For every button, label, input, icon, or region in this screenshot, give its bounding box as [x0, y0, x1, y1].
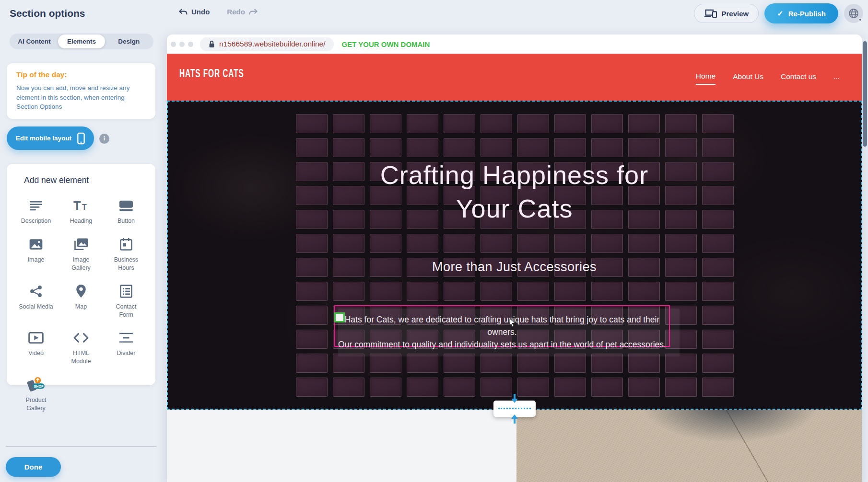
- sidebar-divider: [6, 447, 156, 447]
- hero-tile: [517, 282, 549, 301]
- hero-tile: [296, 378, 328, 397]
- element-map[interactable]: Map: [59, 284, 104, 319]
- hero-tile: [628, 282, 660, 301]
- hero-tile: [333, 282, 364, 301]
- hero-tile: [296, 330, 328, 349]
- element-image-gallery[interactable]: Image Gallery: [59, 237, 104, 272]
- element-heading[interactable]: TTHeading: [59, 198, 104, 225]
- hero-title-line1: Crafting Happiness for: [168, 158, 861, 192]
- hero-tile: [517, 378, 549, 397]
- hero-tile: [407, 378, 438, 397]
- tab-design[interactable]: Design: [105, 34, 152, 48]
- tab-elements[interactable]: Elements: [58, 34, 106, 48]
- svg-text:T: T: [82, 203, 87, 211]
- image-icon: [28, 237, 44, 252]
- element-image[interactable]: Image: [13, 237, 59, 272]
- element-label: Divider: [117, 349, 136, 357]
- element-label: Map: [75, 303, 87, 311]
- element-description[interactable]: Description: [13, 198, 59, 225]
- site-nav: HomeAbout UsContact us...: [696, 54, 840, 101]
- done-button[interactable]: Done: [6, 457, 61, 477]
- resize-arrow-down-icon: [511, 399, 518, 403]
- info-icon[interactable]: i: [99, 134, 109, 144]
- edit-mobile-layout-button[interactable]: Edit mobile layout: [7, 126, 94, 150]
- hero-tile: [702, 234, 734, 253]
- hero-section-selected[interactable]: Crafting Happiness for Your Cats More th…: [167, 101, 862, 410]
- element-button[interactable]: Button: [104, 198, 149, 225]
- hero-tile: [665, 378, 697, 397]
- next-section-floor-image[interactable]: [516, 410, 862, 482]
- element-label: HTML Module: [64, 349, 98, 366]
- description-drag-handle[interactable]: [334, 312, 345, 322]
- tip-body: Now you can add, move and resize any ele…: [16, 83, 146, 112]
- add-new-element-card: Add new element DescriptionTTHeadingButt…: [7, 164, 155, 385]
- element-contact-form[interactable]: Contact Form: [104, 284, 149, 319]
- hero-tile: [370, 354, 401, 373]
- hero-tile: [628, 138, 660, 157]
- next-section-blank-area[interactable]: [167, 410, 516, 482]
- hero-tile: [296, 138, 328, 157]
- vertical-scrollbar[interactable]: [863, 41, 867, 147]
- republish-button[interactable]: ✓ Re-Publish: [764, 3, 838, 23]
- hero-tile: [591, 114, 623, 133]
- hero-tile: [591, 138, 623, 157]
- hero-tile: [628, 354, 660, 373]
- hero-tile: [628, 378, 660, 397]
- hero-tile: [554, 354, 586, 373]
- divider-icon: [118, 330, 134, 345]
- hero-tile: [370, 282, 401, 301]
- globe-icon: [848, 8, 859, 19]
- undo-label: Undo: [191, 8, 210, 16]
- video-icon: [28, 330, 44, 345]
- site-preview-frame: n1566589.websitebuilder.online/ GET YOUR…: [167, 34, 862, 482]
- nav-item-aboutus[interactable]: About Us: [733, 72, 763, 82]
- redo-button[interactable]: Redo: [227, 8, 258, 16]
- tip-of-the-day-card: Tip of the day: Now you can add, move an…: [7, 63, 155, 119]
- element-product-gallery[interactable]: SHOPProduct Gallery: [13, 377, 59, 413]
- element-label: Image: [28, 256, 45, 264]
- hero-tile: [628, 114, 660, 133]
- hero-tile: [296, 282, 328, 301]
- business-hours-icon: [119, 237, 133, 252]
- hero-tile: [296, 114, 328, 133]
- hero-tile: [333, 354, 364, 373]
- get-domain-link[interactable]: GET YOUR OWN DOMAIN: [341, 40, 430, 48]
- element-video[interactable]: Video: [13, 330, 59, 366]
- hero-tile: [665, 282, 697, 301]
- hero-tile: [370, 114, 401, 133]
- language-globe-button[interactable]: [844, 4, 863, 23]
- description-element-selected[interactable]: Hats for Cats, we are dedicated to craft…: [334, 305, 670, 347]
- site-logo[interactable]: HATS FOR CATS: [179, 67, 244, 80]
- preview-label: Preview: [722, 10, 749, 18]
- map-pin-icon: [75, 284, 87, 299]
- element-divider[interactable]: Divider: [104, 330, 149, 366]
- nav-item-[interactable]: ...: [833, 72, 840, 82]
- preview-button[interactable]: Preview: [694, 4, 759, 23]
- tab-ai-content[interactable]: AI Content: [11, 34, 58, 48]
- hero-tile: [481, 282, 512, 301]
- hero-tile: [665, 114, 697, 133]
- element-label: Business Hours: [109, 256, 143, 272]
- hero-tile: [407, 354, 438, 373]
- element-social-media[interactable]: Social Media: [13, 284, 59, 319]
- redo-icon: [248, 8, 258, 15]
- heading-icon: TT: [72, 198, 90, 213]
- element-label: Social Media: [19, 303, 53, 311]
- hero-subtitle: More than Just Accessories: [168, 260, 861, 275]
- hero-tile: [591, 234, 623, 253]
- section-resize-handle[interactable]: [493, 401, 536, 417]
- undo-redo-group: Undo Redo: [178, 8, 258, 16]
- url-bar[interactable]: n1566589.websitebuilder.online/: [200, 37, 334, 51]
- element-label: Video: [28, 349, 44, 357]
- hero-tile: [702, 282, 734, 301]
- edit-mobile-label: Edit mobile layout: [16, 135, 71, 142]
- nav-item-home[interactable]: Home: [696, 72, 716, 85]
- hero-tile: [481, 234, 512, 253]
- undo-button[interactable]: Undo: [178, 8, 210, 16]
- element-html-module[interactable]: HTML Module: [59, 330, 104, 366]
- hero-tile: [554, 234, 586, 253]
- nav-item-contactus[interactable]: Contact us: [781, 72, 816, 82]
- tip-title: Tip of the day:: [16, 70, 146, 79]
- add-element-title: Add new element: [13, 175, 149, 185]
- element-business-hours[interactable]: Business Hours: [104, 237, 149, 272]
